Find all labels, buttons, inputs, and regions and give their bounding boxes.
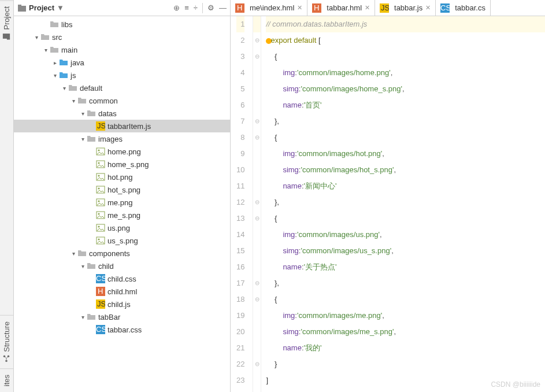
tree-item[interactable]: ▾components bbox=[14, 247, 230, 260]
tree-item[interactable]: ▾default bbox=[14, 82, 230, 94]
tree-arrow-icon[interactable]: ▸ bbox=[51, 60, 59, 66]
tree-item[interactable]: ▾js bbox=[14, 69, 230, 82]
tree-item[interactable]: us.png bbox=[14, 221, 230, 234]
tree-arrow-icon[interactable]: ▾ bbox=[79, 110, 87, 117]
code-line[interactable]: }, bbox=[266, 275, 545, 291]
code-line[interactable]: img:'common/images/me.png', bbox=[266, 308, 545, 324]
fold-marker[interactable]: ⊖ bbox=[253, 291, 261, 308]
tree-item[interactable]: hot_s.png bbox=[14, 183, 230, 196]
tree-item[interactable]: ▾child bbox=[14, 260, 230, 272]
expand-all-button[interactable]: ≡ bbox=[184, 3, 189, 12]
fold-marker[interactable]: ⊖ bbox=[253, 32, 261, 49]
hml-icon: H bbox=[312, 3, 321, 13]
fold-column[interactable]: ⊖⊖⊖⊖⊖⊖⊖⊖⊖ bbox=[253, 16, 261, 392]
code-line[interactable]: name:'关于热点' bbox=[266, 259, 545, 275]
tree-item-label: common bbox=[89, 97, 118, 105]
code-line[interactable]: { bbox=[266, 130, 545, 146]
code-line[interactable]: simg:'common/images/hot_s.png', bbox=[266, 162, 545, 178]
tree-item[interactable]: ▾common bbox=[14, 94, 230, 107]
fold-marker[interactable]: ⊖ bbox=[253, 113, 261, 130]
tree-item[interactable]: JSchild.js bbox=[14, 298, 230, 310]
fold-marker[interactable]: ⊖ bbox=[253, 194, 261, 210]
close-icon[interactable]: ✕ bbox=[425, 4, 431, 12]
editor-tab[interactable]: CSStabbar.cs bbox=[436, 0, 491, 16]
fold-marker[interactable]: ⊖ bbox=[253, 210, 261, 227]
code-line[interactable]: export default [ bbox=[266, 32, 545, 49]
favorites-tool-label: ites bbox=[2, 375, 11, 386]
tree-item[interactable]: Hchild.hml bbox=[14, 285, 230, 298]
code-editor[interactable]: 1234567891011121314151617181920212223 ⊖⊖… bbox=[231, 16, 545, 392]
code-line[interactable]: }, bbox=[266, 113, 545, 130]
code-line[interactable]: name:'首页' bbox=[266, 97, 545, 113]
dropdown-icon[interactable]: ▼ bbox=[57, 3, 64, 12]
fold-marker[interactable]: ⊖ bbox=[253, 275, 261, 291]
fold-marker[interactable]: ⊖ bbox=[253, 130, 261, 146]
tree-item[interactable]: ▾images bbox=[14, 132, 230, 145]
project-tool-tab[interactable]: Project bbox=[0, 0, 13, 46]
code-line[interactable]: { bbox=[266, 210, 545, 227]
tree-arrow-icon[interactable]: ▾ bbox=[51, 72, 59, 79]
img-icon bbox=[96, 198, 105, 207]
editor-tab[interactable]: Htabbar.hml✕ bbox=[307, 0, 375, 16]
code-line[interactable]: img:'common/images/hot.png', bbox=[266, 146, 545, 162]
code-content[interactable]: // common.datas.tabbarItem.jsexport defa… bbox=[261, 16, 545, 392]
tree-item[interactable]: hot.png bbox=[14, 171, 230, 183]
tree-item[interactable]: CSStabbar.css bbox=[14, 323, 230, 336]
tree-arrow-icon[interactable]: ▾ bbox=[32, 34, 40, 40]
collapse-all-button[interactable]: ÷ bbox=[194, 3, 198, 12]
editor-tab-label: tabbar.hml bbox=[327, 3, 362, 12]
svg-point-24 bbox=[98, 239, 100, 241]
tree-arrow-icon[interactable]: ▾ bbox=[69, 98, 77, 104]
code-line[interactable]: img:'common/images/us.png', bbox=[266, 227, 545, 243]
tree-arrow-icon[interactable]: ▾ bbox=[69, 250, 77, 257]
fold-marker bbox=[253, 81, 261, 97]
code-line[interactable]: } bbox=[266, 356, 545, 372]
tree-item[interactable]: libs bbox=[14, 18, 230, 31]
tree-item-selected[interactable]: JStabbarItem.js bbox=[14, 120, 230, 132]
code-line[interactable]: }, bbox=[266, 194, 545, 210]
code-line[interactable]: simg:'common/images/home_s.png', bbox=[266, 81, 545, 97]
close-icon[interactable]: ✕ bbox=[365, 4, 370, 12]
tree-item[interactable]: home_s.png bbox=[14, 158, 230, 171]
tree-item[interactable]: CSSchild.css bbox=[14, 272, 230, 285]
code-line[interactable]: name:'新闻中心' bbox=[266, 178, 545, 194]
fold-marker[interactable]: ⊖ bbox=[253, 49, 261, 65]
code-line[interactable]: // common.datas.tabbarItem.js bbox=[266, 16, 545, 32]
css-icon: CSS bbox=[96, 325, 105, 334]
tree-item[interactable]: ▾datas bbox=[14, 107, 230, 120]
tree-arrow-icon[interactable]: ▾ bbox=[79, 314, 87, 320]
img-icon bbox=[96, 223, 105, 232]
code-line[interactable]: simg:'common/images/us_s.png', bbox=[266, 243, 545, 259]
tree-arrow-icon[interactable]: ▾ bbox=[79, 263, 87, 269]
tree-arrow-icon[interactable]: ▾ bbox=[60, 85, 68, 91]
close-icon[interactable]: ✕ bbox=[297, 4, 302, 12]
tree-arrow-icon[interactable]: ▾ bbox=[42, 47, 50, 53]
tree-item[interactable]: me.png bbox=[14, 196, 230, 209]
tree-item[interactable]: us_s.png bbox=[14, 234, 230, 247]
code-line[interactable]: { bbox=[266, 291, 545, 308]
svg-point-20 bbox=[98, 213, 100, 215]
favorites-tool-tab[interactable]: ites bbox=[0, 368, 13, 392]
code-line[interactable]: name:'我的' bbox=[266, 340, 545, 356]
select-opened-file-button[interactable]: ⊕ bbox=[173, 3, 180, 12]
tree-item[interactable]: ▸java bbox=[14, 56, 230, 69]
tree-item-label: child.hml bbox=[107, 287, 137, 296]
tree-item[interactable]: ▾tabBar bbox=[14, 310, 230, 323]
structure-tool-tab[interactable]: Structure bbox=[0, 315, 13, 368]
tree-item[interactable]: ▾src bbox=[14, 31, 230, 43]
code-line[interactable]: simg:'common/images/me_s.png', bbox=[266, 324, 545, 340]
project-tree[interactable]: libs▾src▾main▸java▾js▾default▾common▾dat… bbox=[14, 16, 230, 392]
line-number: 14 bbox=[236, 227, 244, 243]
tree-item[interactable]: home.png bbox=[14, 145, 230, 158]
svg-rect-6 bbox=[18, 5, 21, 6]
tree-arrow-icon[interactable]: ▾ bbox=[79, 136, 87, 142]
tree-item[interactable]: ▾main bbox=[14, 43, 230, 56]
code-line[interactable]: { bbox=[266, 49, 545, 65]
editor-tab[interactable]: JStabbar.js✕ bbox=[375, 0, 436, 16]
editor-tab[interactable]: Hme\index.hml✕ bbox=[231, 0, 307, 16]
settings-button[interactable]: ⚙ bbox=[207, 3, 214, 12]
code-line[interactable]: img:'common/images/home.png', bbox=[266, 65, 545, 81]
tree-item[interactable]: me_s.png bbox=[14, 209, 230, 221]
hide-button[interactable]: — bbox=[219, 3, 227, 12]
fold-marker[interactable]: ⊖ bbox=[253, 356, 261, 372]
